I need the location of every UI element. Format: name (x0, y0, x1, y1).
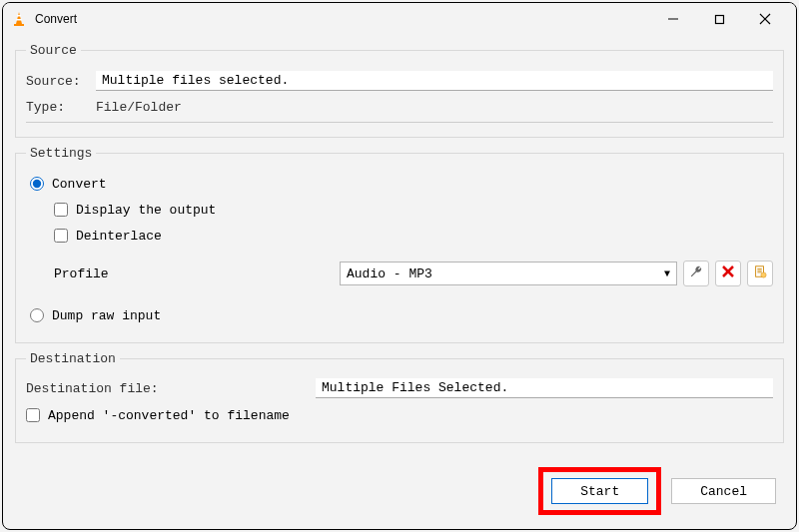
titlebar: Convert (3, 3, 796, 35)
source-group: Source Source: Type: File/Folder (15, 43, 784, 138)
display-output-checkbox[interactable] (54, 203, 68, 217)
append-converted-checkbox[interactable] (26, 408, 40, 422)
maximize-button[interactable] (696, 4, 742, 34)
destination-legend: Destination (26, 351, 120, 366)
display-output-label: Display the output (76, 203, 216, 218)
convert-radio-label: Convert (52, 177, 107, 192)
minimize-button[interactable] (650, 4, 696, 34)
new-document-icon (753, 265, 767, 282)
destination-file-label: Destination file: (26, 381, 316, 396)
svg-rect-1 (17, 15, 21, 17)
source-label: Source: (26, 74, 96, 89)
source-input[interactable] (96, 71, 773, 91)
dialog-footer: Start Cancel (15, 463, 784, 519)
svg-rect-2 (16, 19, 21, 21)
settings-group: Settings Convert Display the output Dein… (15, 146, 784, 343)
source-legend: Source (26, 43, 81, 58)
deinterlace-checkbox[interactable] (54, 229, 68, 243)
settings-legend: Settings (26, 146, 96, 161)
dump-raw-label: Dump raw input (52, 308, 161, 323)
start-button[interactable]: Start (551, 478, 648, 504)
new-profile-button[interactable] (747, 261, 773, 286)
deinterlace-label: Deinterlace (76, 229, 162, 244)
svg-rect-5 (715, 15, 723, 23)
delete-profile-button[interactable] (715, 261, 741, 286)
dialog-content: Source Source: Type: File/Folder Setting… (3, 35, 796, 529)
svg-marker-0 (16, 12, 22, 24)
highlight-annotation: Start (538, 467, 661, 515)
append-converted-label: Append '-converted' to filename (48, 408, 290, 423)
type-value: File/Folder (96, 97, 182, 118)
destination-group: Destination Destination file: Append '-c… (15, 351, 784, 443)
chevron-down-icon: ▼ (664, 268, 670, 279)
cancel-button[interactable]: Cancel (671, 478, 776, 504)
destination-file-input[interactable] (316, 378, 773, 398)
close-button[interactable] (742, 4, 788, 34)
wrench-icon (689, 265, 703, 282)
dump-raw-radio[interactable] (30, 308, 44, 322)
profile-value: Audio - MP3 (347, 266, 432, 281)
delete-x-icon (722, 266, 734, 281)
svg-rect-3 (14, 24, 24, 26)
edit-profile-button[interactable] (683, 261, 709, 286)
window-title: Convert (35, 12, 650, 26)
convert-radio[interactable] (30, 177, 44, 191)
window-controls (650, 4, 788, 34)
vlc-cone-icon (11, 11, 27, 27)
type-label: Type: (26, 100, 96, 115)
svg-point-14 (761, 272, 766, 277)
profile-label: Profile (54, 266, 334, 281)
profile-select[interactable]: Audio - MP3 ▼ (340, 262, 677, 285)
convert-dialog: Convert Source Source: Type: File/Folder (2, 2, 797, 530)
